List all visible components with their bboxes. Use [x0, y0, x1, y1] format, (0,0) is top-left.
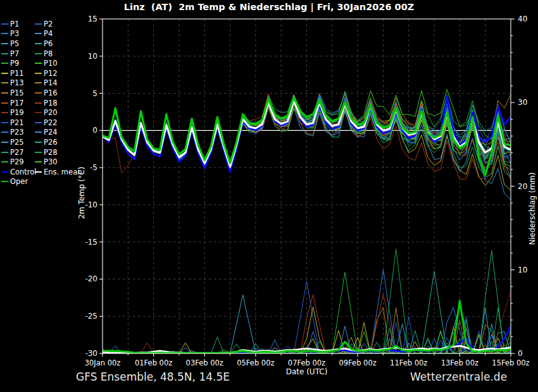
y-right-axis-label: Niederschlag (mm) [528, 173, 537, 245]
left-tick-label: -10 [85, 200, 97, 209]
right-tick-label: 20 [518, 182, 527, 191]
left-tick-label: -25 [85, 312, 97, 321]
right-tick-label: 0 [518, 349, 523, 358]
x-tick-label: 15Feb 00z [492, 358, 529, 367]
left-tick-label: -20 [85, 274, 97, 283]
x-tick-label: 13Feb 00z [441, 358, 479, 367]
left-tick-label: 15 [88, 15, 97, 23]
x-axis-label: Date (UTC) [286, 367, 328, 376]
x-tick-label: 01Feb 00z [135, 358, 172, 367]
left-tick-label: -15 [85, 238, 97, 247]
y-left-axis-label: 2m Temp (°C) [77, 167, 86, 219]
left-tick-label: 5 [92, 89, 97, 98]
x-tick-label: 03Feb 00z [186, 358, 223, 367]
footer-branding: Wetterzentrale.de [410, 371, 507, 383]
x-tick-label: 05Feb 00z [237, 358, 274, 367]
x-tick-label: 09Feb 00z [339, 358, 376, 367]
right-tick-label: 10 [518, 266, 527, 274]
x-tick-label: 30Jan 00z [85, 358, 121, 367]
meteogram-svg: 151050-5-10-15-20-25-3001020304030Jan 00… [0, 0, 538, 392]
right-tick-label: 30 [518, 98, 527, 107]
left-tick-label: -30 [85, 349, 97, 358]
x-tick-label: 11Feb 00z [390, 358, 427, 367]
x-tick-label: 07Feb 00z [288, 358, 325, 367]
left-tick-label: 10 [88, 52, 97, 61]
footer-model-info: GFS Ensemble, 48.5N, 14.5E [76, 371, 230, 383]
left-tick-label: -5 [90, 163, 97, 172]
left-tick-label: 0 [92, 126, 97, 135]
right-tick-label: 40 [518, 15, 527, 23]
